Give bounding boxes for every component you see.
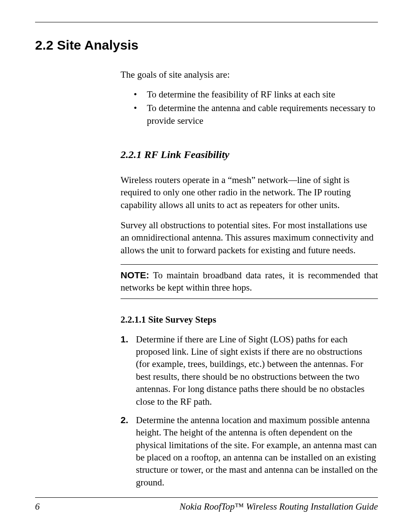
step-text: Determine the antenna location and maxim…	[136, 415, 377, 488]
footer-rule	[35, 497, 378, 498]
note-box: NOTE: To maintain broadband data rates, …	[121, 264, 378, 299]
step-number: 1.	[121, 333, 128, 345]
note-text: To maintain broadband data rates, it is …	[121, 270, 378, 293]
step-number: 2.	[121, 414, 128, 426]
subsection-para: Wireless routers operate in a “mesh” net…	[121, 174, 378, 211]
step-text: Determine if there are Line of Sight (LO…	[136, 334, 364, 407]
subsection-heading: 2.2.1 RF Link Feasibility	[121, 149, 378, 161]
footer-row: 6 Nokia RoofTop™ Wireless Routing Instal…	[35, 501, 378, 512]
note-label: NOTE:	[121, 270, 149, 280]
page-number: 6	[35, 501, 40, 512]
list-item: 2. Determine the antenna location and ma…	[121, 414, 378, 489]
top-rule	[35, 22, 378, 22]
bullet-item: To determine the feasibility of RF links…	[134, 88, 378, 101]
footer: 6 Nokia RoofTop™ Wireless Routing Instal…	[35, 497, 378, 512]
content-block: The goals of site analysis are: To deter…	[121, 69, 378, 489]
section-heading: 2.2 Site Analysis	[35, 38, 378, 53]
subsection-para: Survey all obstructions to potential sit…	[121, 219, 378, 256]
bullet-list: To determine the feasibility of RF links…	[134, 88, 378, 127]
intro-text: The goals of site analysis are:	[121, 69, 378, 80]
numbered-list: 1. Determine if there are Line of Sight …	[121, 333, 378, 489]
subsub-heading: 2.2.1.1 Site Survey Steps	[121, 314, 378, 325]
list-item: 1. Determine if there are Line of Sight …	[121, 333, 378, 408]
bullet-item: To determine the antenna and cable requi…	[134, 102, 378, 127]
footer-title: Nokia RoofTop™ Wireless Routing Installa…	[180, 501, 378, 512]
